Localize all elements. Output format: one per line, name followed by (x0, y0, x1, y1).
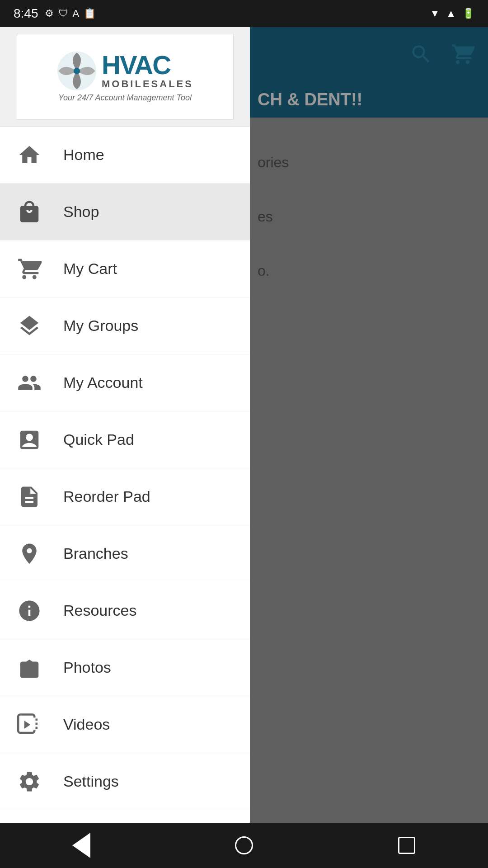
status-right: ▼ ▲ 🔋 (430, 8, 474, 19)
logo-text-block: HVAC MOBILESALES (102, 52, 193, 90)
text-status-icon: A (73, 8, 80, 19)
nav-item-shop[interactable]: Shop (0, 184, 250, 241)
reorder-pad-icon (14, 481, 45, 513)
nav-reorder-pad-label: Reorder Pad (63, 488, 150, 505)
nav-item-my-account[interactable]: My Account (0, 354, 250, 411)
shield-status-icon: 🛡 (58, 8, 68, 19)
my-groups-icon (14, 310, 45, 342)
nav-home-label: Home (63, 146, 104, 164)
nav-item-my-groups[interactable]: My Groups (0, 297, 250, 354)
logo-subtitle: Your 24/7 Account Management Tool (58, 93, 192, 103)
quick-pad-icon (14, 424, 45, 456)
nav-my-cart-label: My Cart (63, 260, 117, 278)
nav-my-account-label: My Account (63, 374, 143, 392)
status-time: 8:45 (14, 6, 38, 21)
home-icon (14, 139, 45, 171)
status-bar: 8:45 ⚙ 🛡 A 📋 ▼ ▲ 🔋 (0, 0, 488, 27)
nav-item-reorder-pad[interactable]: Reorder Pad (0, 468, 250, 525)
nav-item-my-cart[interactable]: My Cart (0, 241, 250, 297)
shop-icon (14, 196, 45, 228)
nav-item-photos[interactable]: Photos (0, 639, 250, 696)
navigation-drawer: HVAC MOBILESALES Your 24/7 Account Manag… (0, 27, 250, 868)
my-account-icon (14, 367, 45, 399)
hvac-logo-icon (56, 51, 97, 91)
logo-mobile-text: MOBILESALES (102, 78, 193, 90)
back-button[interactable] (63, 827, 99, 863)
branches-icon (14, 538, 45, 570)
svg-rect-2 (22, 436, 26, 437)
logo-container: HVAC MOBILESALES Your 24/7 Account Manag… (17, 34, 234, 120)
my-cart-icon (14, 253, 45, 285)
nav-videos-label: Videos (63, 716, 110, 733)
nav-items-list: Home Shop My Cart (0, 127, 250, 868)
nav-item-videos[interactable]: Videos (0, 696, 250, 753)
logo-hvac: HVAC MOBILESALES (56, 51, 193, 91)
svg-point-1 (74, 68, 80, 74)
recents-button[interactable] (389, 827, 425, 863)
status-left: 8:45 ⚙ 🛡 A 📋 (14, 6, 96, 21)
clipboard-status-icon: 📋 (84, 8, 96, 19)
resources-icon (14, 595, 45, 627)
svg-rect-3 (22, 439, 26, 439)
nav-resources-label: Resources (63, 602, 137, 619)
nav-item-branches[interactable]: Branches (0, 525, 250, 582)
logo-hvac-text: HVAC (102, 52, 193, 78)
nav-quick-pad-label: Quick Pad (63, 431, 134, 448)
nav-item-resources[interactable]: Resources (0, 582, 250, 639)
nav-shop-label: Shop (63, 203, 99, 221)
nav-item-settings[interactable]: Settings (0, 753, 250, 810)
drawer-header: HVAC MOBILESALES Your 24/7 Account Manag… (0, 27, 250, 127)
main-layout: CH & DENT!! ories es o. (0, 27, 488, 868)
videos-icon (14, 709, 45, 741)
back-arrow-icon (72, 833, 90, 858)
nav-photos-label: Photos (63, 659, 111, 676)
home-button[interactable] (226, 827, 262, 863)
settings-status-icon: ⚙ (45, 8, 54, 19)
nav-item-home[interactable]: Home (0, 127, 250, 184)
nav-item-quick-pad[interactable]: Quick Pad (0, 411, 250, 468)
nav-my-groups-label: My Groups (63, 317, 138, 335)
bottom-nav (0, 823, 488, 868)
photos-icon (14, 652, 45, 684)
status-icons: ⚙ 🛡 A 📋 (45, 8, 96, 19)
signal-icon: ▲ (446, 8, 456, 19)
wifi-icon: ▼ (430, 8, 440, 19)
nav-settings-label: Settings (63, 773, 119, 790)
recents-square-icon (398, 837, 415, 854)
settings-nav-icon (14, 766, 45, 797)
nav-branches-label: Branches (63, 545, 128, 562)
drawer-overlay[interactable] (249, 27, 488, 868)
battery-icon: 🔋 (462, 8, 474, 19)
home-circle-icon (235, 836, 253, 854)
svg-rect-4 (22, 442, 26, 443)
